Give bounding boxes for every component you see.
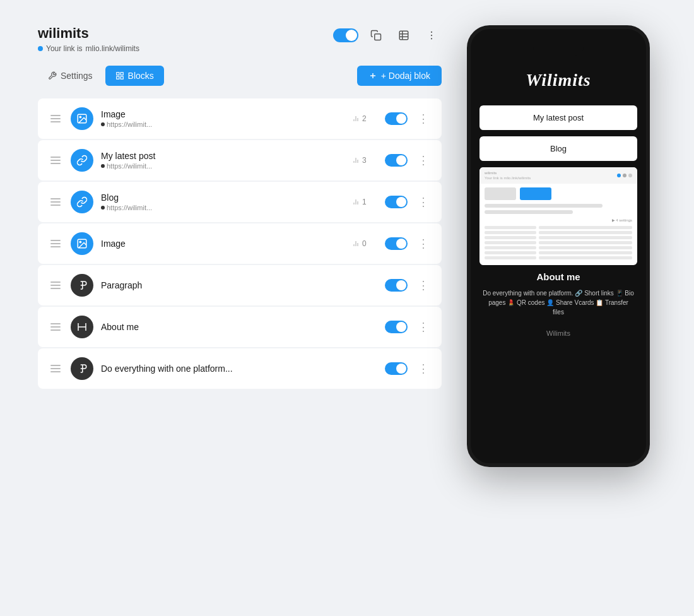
blocks-label: Blocks xyxy=(128,71,154,81)
phone-mockup: Wilimits My latest post Blog wilimits Yo… xyxy=(467,25,650,467)
block-icon xyxy=(71,107,93,130)
list-item: Blog https://wilimit... 1 ⋮ xyxy=(38,182,442,222)
chart-button[interactable] xyxy=(394,25,414,45)
drag-handle[interactable] xyxy=(48,154,63,167)
preview-header: wilimits Your link is mlio.link/wilimits xyxy=(479,167,637,184)
list-item: Do everything with one platform... ⋮ xyxy=(38,348,442,389)
block-info: Image https://wilimit... xyxy=(101,109,344,128)
preview-body: ▶ 4 settings xyxy=(479,184,637,265)
list-item: My latest post https://wilimit... 3 ⋮ xyxy=(38,140,442,181)
list-item: Image 0 ⋮ xyxy=(38,223,442,264)
phone-logo: Wilimits xyxy=(520,66,596,95)
block-name: Image xyxy=(101,239,344,249)
add-block-button[interactable]: + Dodaj blok xyxy=(357,66,442,86)
chart-icon xyxy=(398,30,409,41)
block-count: 0 xyxy=(352,239,377,248)
block-name: My latest post xyxy=(101,151,344,161)
block-icon xyxy=(71,316,93,338)
block-name: Blog xyxy=(101,192,344,203)
block-toggle[interactable] xyxy=(385,279,408,292)
block-url: https://wilimit... xyxy=(101,162,344,170)
svg-point-26 xyxy=(79,241,81,242)
svg-rect-1 xyxy=(399,31,408,40)
plus-icon xyxy=(368,71,377,80)
block-info: Blog https://wilimit... xyxy=(101,192,344,211)
tab-settings[interactable]: Settings xyxy=(38,66,103,86)
more-icon xyxy=(426,30,437,41)
list-item: Paragraph ⋮ xyxy=(38,265,442,305)
block-url: https://wilimit... xyxy=(101,204,344,211)
copy-button[interactable] xyxy=(366,25,386,45)
svg-rect-8 xyxy=(116,73,119,75)
header-actions xyxy=(333,25,442,45)
block-toggle[interactable] xyxy=(385,321,408,333)
block-menu-button[interactable]: ⋮ xyxy=(415,194,432,210)
block-menu-button[interactable]: ⋮ xyxy=(415,277,432,293)
main-layout: wilimits Your link is mlio.link/wilimits xyxy=(38,25,656,467)
copy-icon xyxy=(370,30,382,41)
svg-point-7 xyxy=(431,38,432,39)
phone-content: Wilimits My latest post Blog wilimits Yo… xyxy=(479,66,637,337)
preview-dots xyxy=(617,174,632,177)
block-toggle[interactable] xyxy=(385,154,408,167)
drag-handle[interactable] xyxy=(48,237,63,250)
block-count: 2 xyxy=(352,114,377,123)
block-icon xyxy=(71,274,93,297)
block-toggle[interactable] xyxy=(385,362,408,375)
page-title: wilimits xyxy=(38,25,139,42)
tab-group: Settings Blocks xyxy=(38,66,164,86)
drag-handle[interactable] xyxy=(48,362,63,375)
svg-rect-10 xyxy=(116,76,119,79)
block-info: Do everything with one platform... xyxy=(101,364,344,374)
page-link: Your link is mlio.link/wilimits xyxy=(38,44,139,53)
block-toggle[interactable] xyxy=(385,237,408,250)
phone-button-latest-post: My latest post xyxy=(479,105,637,130)
add-block-label: + Dodaj blok xyxy=(381,71,430,81)
page-toggle[interactable] xyxy=(333,28,358,42)
list-item: About me ⋮ xyxy=(38,307,442,347)
block-toggle[interactable] xyxy=(385,112,408,125)
svg-rect-0 xyxy=(375,34,381,40)
phone-about-title: About me xyxy=(536,271,580,282)
phone-image-preview: wilimits Your link is mlio.link/wilimits xyxy=(479,167,637,265)
left-panel: wilimits Your link is mlio.link/wilimits xyxy=(38,25,442,389)
drag-handle[interactable] xyxy=(48,196,63,208)
block-count: 3 xyxy=(352,156,377,165)
block-icon xyxy=(71,357,93,380)
block-info: Image xyxy=(101,239,344,249)
block-count: 1 xyxy=(352,198,377,206)
svg-text:Wilimits: Wilimits xyxy=(526,70,591,90)
block-menu-button[interactable]: ⋮ xyxy=(415,110,432,127)
block-icon xyxy=(71,149,93,172)
block-list: Image https://wilimit... 2 ⋮ My latest p… xyxy=(38,98,442,389)
svg-point-6 xyxy=(431,35,432,36)
page-header: wilimits Your link is mlio.link/wilimits xyxy=(38,25,442,53)
block-name: Image xyxy=(101,109,344,119)
drag-handle[interactable] xyxy=(48,279,63,292)
settings-label: Settings xyxy=(61,71,93,81)
block-toggle[interactable] xyxy=(385,196,408,208)
block-menu-button[interactable]: ⋮ xyxy=(415,235,432,252)
block-menu-button[interactable]: ⋮ xyxy=(415,152,432,169)
list-item: Image https://wilimit... 2 ⋮ xyxy=(38,98,442,139)
block-menu-button[interactable]: ⋮ xyxy=(415,319,432,335)
block-name: Do everything with one platform... xyxy=(101,364,344,374)
block-name: Paragraph xyxy=(101,280,344,290)
link-url[interactable]: mlio.link/wilimits xyxy=(86,44,139,53)
block-url: https://wilimit... xyxy=(101,121,344,128)
svg-rect-9 xyxy=(121,73,123,75)
phone-about-text: Do everything with one platform. 🔗 Short… xyxy=(479,288,637,317)
more-button[interactable] xyxy=(421,25,442,45)
block-info: About me xyxy=(101,322,344,332)
block-menu-button[interactable]: ⋮ xyxy=(415,360,432,377)
page-title-section: wilimits Your link is mlio.link/wilimits xyxy=(38,25,139,53)
drag-handle[interactable] xyxy=(48,112,63,125)
tab-blocks[interactable]: Blocks xyxy=(105,66,164,86)
toolbar: Settings Blocks + Dodaj blo xyxy=(38,66,442,86)
phone-notch xyxy=(533,42,584,56)
link-label: Your link is xyxy=(46,44,83,53)
block-icon xyxy=(71,191,93,213)
phone-footer: Wilimits xyxy=(546,329,570,337)
drag-handle[interactable] xyxy=(48,321,63,333)
svg-point-5 xyxy=(431,32,432,33)
